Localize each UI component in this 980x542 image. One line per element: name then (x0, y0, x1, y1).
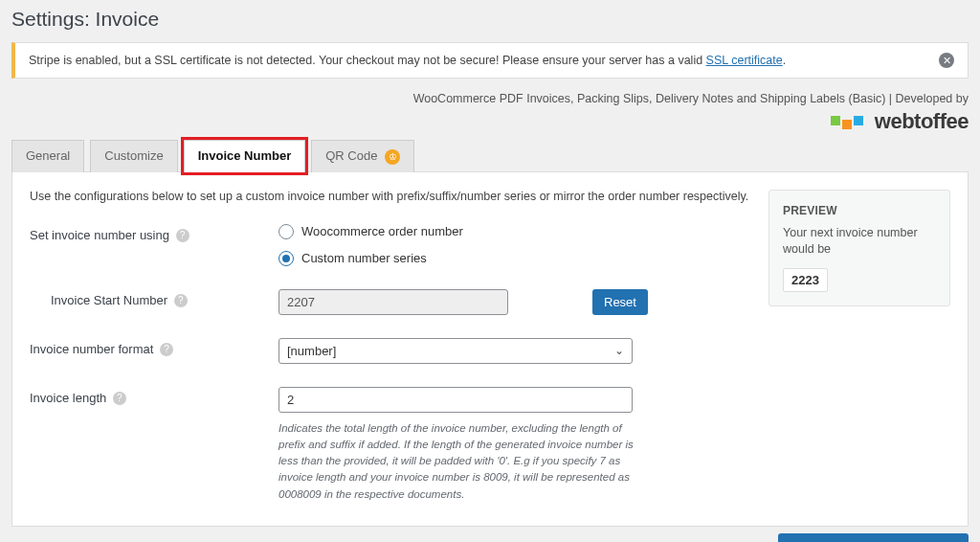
alert-text-suffix: . (783, 54, 786, 67)
select-value: [number] (287, 344, 336, 358)
label-start-number: Invoice Start Number ? (30, 289, 278, 308)
premium-crown-icon: ♔ (385, 149, 400, 165)
reset-button[interactable]: Reset (592, 289, 648, 315)
label-text: Invoice length (30, 391, 106, 405)
logo-mark-icon (831, 118, 865, 132)
help-icon[interactable]: ? (176, 229, 189, 242)
brand-logo: webtoffee (11, 109, 969, 134)
close-icon[interactable]: ✕ (939, 53, 954, 68)
ssl-warning-alert: Stripe is enabled, but a SSL certificate… (11, 42, 969, 79)
help-icon[interactable]: ? (113, 392, 126, 405)
preview-value: 2223 (783, 268, 828, 292)
label-invoice-format: Invoice number format ? (30, 338, 278, 357)
alert-text: Stripe is enabled, but a SSL certificate… (29, 54, 706, 67)
logo-text: webtoffee (875, 109, 969, 133)
intro-text: Use the configurations below to set up a… (30, 190, 749, 203)
tab-general[interactable]: General (11, 140, 84, 172)
tab-qr-code[interactable]: QR Code ♔ (311, 140, 414, 172)
radio-icon (278, 224, 294, 239)
label-set-invoice-using: Set invoice number using ? (30, 224, 278, 243)
radio-custom-series[interactable]: Custom number series (278, 251, 749, 266)
help-icon[interactable]: ? (174, 294, 188, 307)
label-text: Invoice Start Number (51, 293, 167, 307)
settings-panel: Use the configurations below to set up a… (11, 171, 969, 527)
label-invoice-length: Invoice length ? (30, 387, 278, 406)
radio-icon (278, 251, 294, 266)
tab-qr-label: QR Code (325, 148, 377, 163)
tab-customize[interactable]: Customize (90, 140, 177, 172)
page-title: Settings: Invoice (11, 0, 969, 42)
ssl-cert-link[interactable]: SSL certificate (706, 54, 783, 67)
chevron-down-icon: ⌄ (614, 344, 624, 357)
label-text: Invoice number format (30, 342, 153, 356)
developer-credit: WooCommerce PDF Invoices, Packing Slips,… (11, 92, 969, 105)
start-number-input[interactable] (278, 289, 508, 315)
length-help-text: Indicates the total length of the invoic… (278, 420, 642, 503)
preview-title: PREVIEW (783, 204, 936, 217)
radio-label: Custom number series (301, 251, 427, 265)
tab-invoice-number[interactable]: Invoice Number (184, 140, 306, 172)
settings-tabs: General Customize Invoice Number QR Code… (11, 140, 969, 172)
preview-subtitle: Your next invoice number would be (783, 225, 936, 259)
radio-label: Woocommerce order number (301, 224, 463, 238)
help-icon[interactable]: ? (160, 343, 173, 356)
invoice-length-input[interactable] (278, 387, 633, 413)
label-text: Set invoice number using (30, 228, 169, 242)
save-button[interactable]: Save Invoice number settings (778, 533, 969, 542)
preview-box: PREVIEW Your next invoice number would b… (768, 190, 950, 306)
radio-woo-order[interactable]: Woocommerce order number (278, 224, 749, 239)
format-select[interactable]: [number] ⌄ (278, 338, 633, 364)
